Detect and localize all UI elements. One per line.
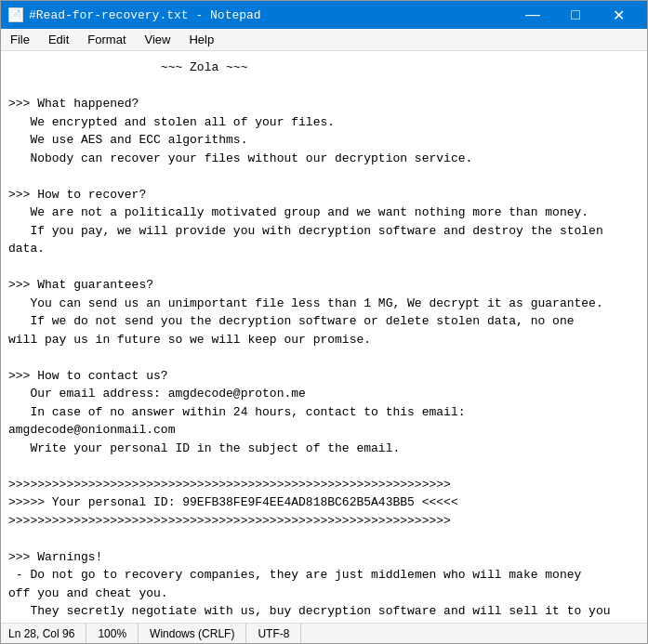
title-bar: 📄 #Read-for-recovery.txt - Notepad — □ ✕: [1, 1, 647, 29]
menu-bar: File Edit Format View Help: [1, 29, 647, 51]
text-editor[interactable]: ~~~ Zola ~~~ >>> What happened? We encry…: [1, 51, 647, 623]
minimize-button[interactable]: —: [511, 1, 554, 29]
status-bar: Ln 28, Col 96 100% Windows (CRLF) UTF-8: [1, 623, 647, 643]
window-title: #Read-for-recovery.txt - Notepad: [29, 8, 261, 22]
menu-view[interactable]: View: [136, 31, 180, 48]
status-line-ending: Windows (CRLF): [139, 624, 246, 643]
title-bar-controls: — □ ✕: [511, 1, 640, 29]
menu-edit[interactable]: Edit: [39, 31, 78, 48]
app-icon: 📄: [8, 7, 23, 22]
maximize-button[interactable]: □: [554, 1, 597, 29]
status-zoom: 100%: [86, 624, 139, 643]
status-encoding: UTF-8: [246, 624, 301, 643]
close-button[interactable]: ✕: [597, 1, 640, 29]
status-line-col: Ln 28, Col 96: [8, 624, 86, 643]
notepad-window: 📄 #Read-for-recovery.txt - Notepad — □ ✕…: [0, 0, 648, 644]
menu-file[interactable]: File: [1, 31, 39, 48]
menu-help[interactable]: Help: [179, 31, 223, 48]
title-bar-left: 📄 #Read-for-recovery.txt - Notepad: [8, 7, 261, 22]
menu-format[interactable]: Format: [78, 31, 135, 48]
